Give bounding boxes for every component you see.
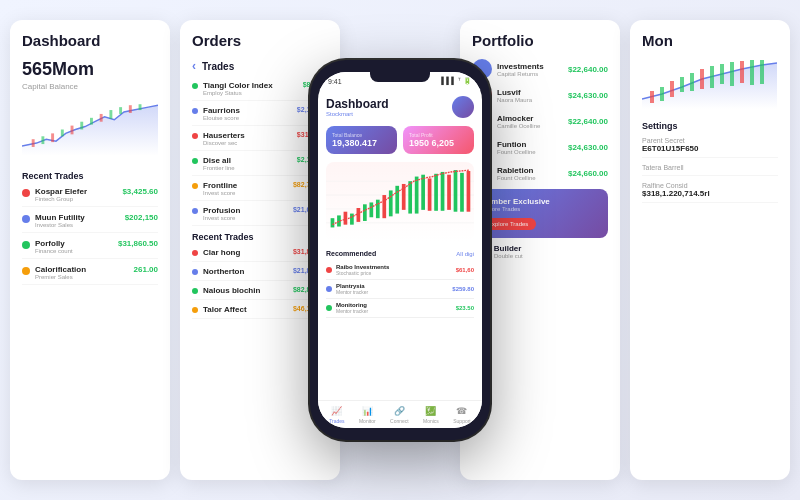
settings-label: Tatera Barrell (642, 164, 778, 171)
svg-rect-32 (434, 174, 438, 211)
svg-rect-8 (109, 110, 112, 119)
portfolio-item: Lusvif Naora Maura $24,630.00 (472, 85, 608, 105)
svg-rect-44 (710, 66, 714, 88)
portfolio-title: Portfolio (472, 32, 608, 49)
trade-dot (22, 189, 30, 197)
phone-stat2-label: Total Profit (409, 132, 468, 138)
dashboard-chart (22, 99, 158, 159)
orders-subtitle: Trades (202, 61, 234, 72)
nav-connect[interactable]: 🔗 Connect (390, 405, 409, 424)
svg-rect-2 (51, 133, 54, 142)
member-sub: Explore Trades (480, 206, 600, 212)
portfolio-item: Almocker Camille Ocelline $22,640.00 (472, 111, 608, 131)
portfolio-info: Almocker Camille Ocelline (497, 114, 568, 129)
orders-recent-item: Northerton $21,812.00 (192, 267, 328, 281)
phone-trade-value: $259.80 (452, 286, 474, 292)
orders-item: Faurrions Elouise score $2,160.00 (192, 106, 328, 126)
order-sub: Employ Status (203, 90, 303, 96)
portfolio-value: $22,640.00 (568, 117, 608, 126)
svg-rect-28 (408, 181, 412, 213)
nav-support-label: Support (453, 418, 471, 424)
recent-name: Talor Affect (203, 305, 293, 314)
phone-body: 9:41 ▌▌▌ ᵀ 🔋 Dashboard Stockmart Total B… (310, 60, 490, 440)
trade-name: Kospar Elefer (35, 187, 122, 196)
svg-rect-37 (467, 171, 471, 212)
order-info: Tiangi Color Index Employ Status (203, 81, 303, 96)
svg-rect-38 (650, 91, 654, 103)
svg-rect-25 (389, 190, 393, 216)
nav-monitor[interactable]: 📊 Monitor (359, 405, 376, 424)
trade-info: Muun Futility Investor Sales (35, 213, 125, 228)
phone-trade-item: Plantrysia Mentor tracker $259.80 (326, 280, 474, 299)
portfolio-sub: Fount Ocelline (497, 175, 568, 181)
nav-trades[interactable]: 📈 Trades (329, 405, 344, 424)
recent-dot (192, 269, 198, 275)
nav-monics[interactable]: 💹 Monics (423, 405, 439, 424)
portfolio-info: Rabletion Fount Ocelline (497, 166, 568, 181)
trade-dot (22, 267, 30, 275)
portfolio-value: $24,660.00 (568, 169, 608, 178)
order-dot (192, 133, 198, 139)
portfolio-value: $24,630.00 (568, 91, 608, 100)
orders-item: Tiangi Color Index Employ Status $81,560 (192, 81, 328, 101)
settings-value: $318,1.220,714.5rl (642, 189, 778, 198)
recent-name: Clar hong (203, 248, 293, 257)
phone-stat2: Total Profit 1950 6,205 (403, 126, 474, 154)
svg-rect-9 (119, 107, 122, 114)
order-info: Frontline Invest score (203, 181, 293, 196)
svg-rect-4 (71, 126, 74, 135)
portfolio-item: Investments Capital Returns $22,640.00 (472, 59, 608, 79)
member-card: Member Exclusive Explore Trades Explore … (472, 189, 608, 238)
svg-rect-29 (415, 177, 419, 214)
orders-recent-list: Clar hong $31,825.00 Northerton $21,812.… (192, 248, 328, 319)
portfolio-sub: Fount Ocelline (497, 149, 568, 155)
portfolio-info: Funtion Fount Ocelline (497, 140, 568, 155)
more-title: Mon (642, 32, 778, 49)
settings-value: E6T01U15F650 (642, 144, 778, 153)
order-name: Frontline (203, 181, 293, 190)
nav-trades-label: Trades (329, 418, 344, 424)
portfolio-name: Funtion (497, 140, 568, 149)
recent-info: Nalous blochin (203, 286, 293, 295)
phone-subtitle: Stockmart (326, 111, 389, 117)
portfolio-name: Investments (497, 62, 568, 71)
phone-trade-label: Monitoring Mentor tracker (336, 302, 368, 314)
trade-info: Porfolly Finance count (35, 239, 118, 254)
svg-rect-7 (100, 114, 103, 122)
svg-rect-1 (41, 136, 44, 144)
dashboard-trade-item: Porfolly Finance count $31,860.50 (22, 239, 158, 259)
trade-dot (22, 215, 30, 223)
phone-stat1: Total Balance 19,380.417 (326, 126, 397, 154)
order-sub: Invest score (203, 190, 293, 196)
phone-trade-value: $23.50 (456, 305, 474, 311)
dashboard-title: Dashboard (22, 32, 158, 49)
phone-tab-label: All digi (456, 251, 474, 257)
svg-rect-11 (139, 104, 142, 110)
dashboard-stat: 565Mom (22, 59, 158, 80)
trade-info: Kospar Elefer Fintech Group (35, 187, 122, 202)
order-sub: Frontier line (203, 165, 297, 171)
svg-rect-21 (363, 204, 367, 221)
order-dot (192, 83, 198, 89)
recent-dot (192, 288, 198, 294)
order-sub: Invest score (203, 215, 293, 221)
phone-notch (370, 72, 430, 82)
portfolio-name: Almocker (497, 114, 568, 123)
svg-rect-3 (61, 129, 64, 136)
order-info: Profusion Invest score (203, 206, 293, 221)
portfolio-value: $22,640.00 (568, 65, 608, 74)
trade-sub: Premier Sales (35, 274, 134, 280)
phone-header: Dashboard Stockmart (326, 96, 474, 118)
fund-section: Fund Builder Explore Double cut (472, 244, 608, 259)
order-info: Hauserters Discover sec (203, 131, 297, 146)
order-sub: Discover sec (203, 140, 297, 146)
portfolio-name: Lusvif (497, 88, 568, 97)
svg-rect-40 (670, 81, 674, 97)
nav-support[interactable]: ☎ Support (453, 405, 471, 424)
portfolio-info: Investments Capital Returns (497, 62, 568, 77)
recent-info: Northerton (203, 267, 293, 276)
phone-trade-dot (326, 305, 332, 311)
trade-name: Porfolly (35, 239, 118, 248)
trade-info: Calorification Premier Sales (35, 265, 134, 280)
orders-recent-section: Recent Trades (192, 232, 328, 242)
